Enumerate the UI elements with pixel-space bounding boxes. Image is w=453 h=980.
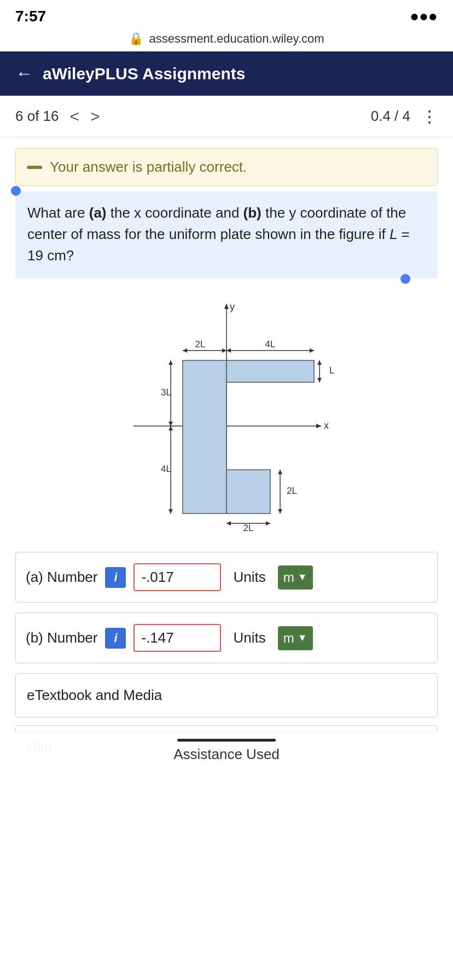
svg-marker-35 [278, 509, 282, 514]
number-input-a[interactable] [133, 563, 221, 591]
svg-marker-10 [183, 348, 187, 353]
back-arrow[interactable]: ← [15, 63, 33, 84]
dot-top [11, 186, 21, 196]
svg-text:2L: 2L [287, 486, 297, 496]
units-select-a[interactable]: m ▼ [278, 565, 313, 590]
info-button-a[interactable]: i [105, 567, 126, 588]
svg-marker-30 [226, 521, 231, 526]
progress-left: 6 of 16 < > [15, 107, 100, 126]
status-bar: 7:57 ●●● [0, 0, 453, 30]
status-signal: ●●● [410, 8, 438, 25]
dash-icon [27, 166, 42, 169]
input-row-b: (b) Number i Units m ▼ [15, 612, 438, 663]
svg-marker-27 [169, 509, 173, 514]
svg-marker-15 [310, 348, 314, 353]
input-section: (a) Number i Units m ▼ (b) Number i Unit… [15, 552, 438, 663]
svg-marker-14 [226, 348, 231, 353]
partial-banner-text: Your answer is partially correct. [50, 159, 247, 176]
svg-marker-31 [266, 521, 270, 526]
status-time: 7:57 [15, 8, 46, 25]
question-area: What are (a) the x coordinate and (b) th… [15, 191, 438, 278]
svg-text:4L: 4L [265, 339, 276, 349]
units-arrow-b: ▼ [298, 632, 307, 644]
units-value-b: m [283, 631, 294, 646]
svg-marker-22 [169, 360, 173, 365]
svg-text:2L: 2L [195, 339, 206, 349]
progress-right: 0.4 / 4 ⋮ [371, 107, 438, 126]
figure-svg: y x 2L 4L L [101, 300, 352, 535]
units-select-b[interactable]: m ▼ [278, 626, 313, 650]
partial-banner: Your answer is partially correct. [15, 148, 438, 186]
info-icon-a: i [114, 570, 117, 585]
nav-header: ← aWileyPLUS Assignments [0, 51, 453, 96]
score-display: 0.4 / 4 [371, 108, 410, 125]
units-arrow-a: ▼ [298, 571, 307, 583]
svg-marker-18 [317, 360, 322, 365]
question-text: What are (a) the x coordinate and (b) th… [27, 205, 410, 264]
svg-text:4L: 4L [161, 464, 171, 474]
svg-rect-7 [226, 360, 314, 382]
svg-rect-6 [183, 360, 226, 514]
svg-text:x: x [324, 420, 329, 431]
nav-title: aWileyPLUS Assignments [43, 65, 245, 83]
lock-icon: 🔒 [129, 32, 143, 46]
number-input-b[interactable] [133, 624, 221, 652]
bottom-section: eTextbook and Media Hint Assistance Used [15, 673, 438, 769]
input-label-a: (a) Number [26, 569, 97, 586]
info-icon-b: i [114, 631, 117, 645]
progress-count: 6 of 16 [15, 108, 59, 125]
svg-marker-19 [317, 378, 322, 382]
units-label-a: Units [233, 569, 265, 586]
next-button[interactable]: > [90, 107, 100, 126]
menu-icon[interactable]: ⋮ [421, 107, 438, 126]
svg-rect-8 [226, 470, 270, 514]
figure-area: y x 2L 4L L [0, 289, 453, 552]
svg-marker-23 [169, 422, 173, 426]
dot-bottom [400, 274, 410, 284]
prev-button[interactable]: < [70, 107, 80, 126]
svg-marker-4 [316, 424, 322, 428]
svg-marker-11 [222, 348, 226, 353]
svg-marker-34 [278, 470, 282, 474]
input-row-a: (a) Number i Units m ▼ [15, 552, 438, 603]
assistance-text: Assistance Used [173, 746, 280, 762]
url-bar: 🔒 assessment.education.wiley.com [0, 30, 453, 51]
progress-bar: 6 of 16 < > 0.4 / 4 ⋮ [0, 96, 453, 137]
input-label-b: (b) Number [26, 629, 97, 646]
url-text: assessment.education.wiley.com [149, 32, 324, 45]
svg-text:L: L [329, 365, 334, 376]
svg-marker-1 [224, 304, 229, 309]
units-value-a: m [283, 570, 294, 585]
units-label-b: Units [233, 629, 265, 646]
info-button-b[interactable]: i [105, 628, 126, 649]
svg-text:y: y [230, 301, 235, 312]
svg-text:3L: 3L [161, 387, 171, 398]
assistance-overlay: Assistance Used [15, 732, 438, 769]
etextbook-button[interactable]: eTextbook and Media [15, 673, 438, 718]
svg-marker-26 [169, 426, 173, 430]
svg-text:2L: 2L [243, 523, 254, 533]
